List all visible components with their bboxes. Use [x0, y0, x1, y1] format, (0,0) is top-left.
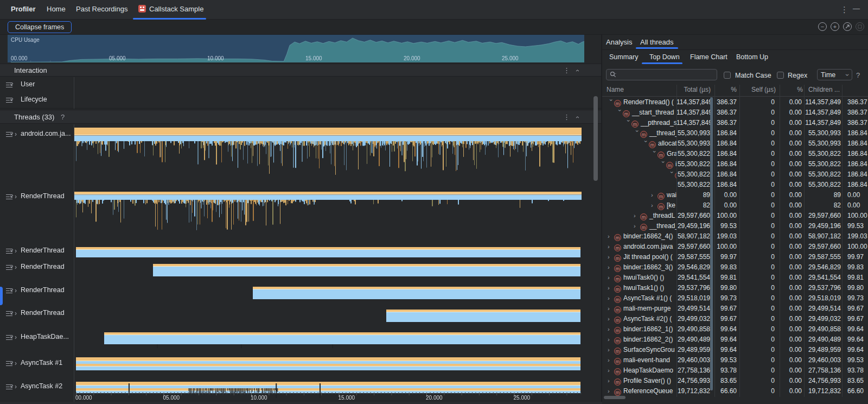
interaction-collapse-icon[interactable]: ›: [574, 70, 580, 72]
chevron-down-icon[interactable]: ›: [652, 151, 658, 157]
table-row[interactable]: ›m__thread_55,300,993186.8400.0055,300,9…: [602, 128, 868, 138]
subtab-summary[interactable]: Summary: [609, 53, 638, 61]
thread-row-android-com-ja-[interactable]: › android.com.ja...: [0, 129, 74, 139]
table-row[interactable]: 55,300,822186.8400.0055,300,822186.84: [602, 180, 868, 190]
chevron-right-icon[interactable]: ›: [15, 310, 17, 317]
thread-row-renderthread[interactable]: › RenderThread: [0, 286, 74, 295]
chevron-right-icon[interactable]: ›: [608, 295, 614, 301]
table-row[interactable]: ›mbinder:16862_1()29,490,85899.6400.0029…: [602, 324, 868, 334]
chevron-right-icon[interactable]: ›: [608, 388, 614, 394]
chevron-down-icon[interactable]: ›: [626, 120, 631, 127]
window-minimize-icon[interactable]: —: [853, 4, 860, 12]
zoom-in-icon[interactable]: +: [831, 22, 839, 31]
profiler-menu[interactable]: Profiler: [11, 5, 36, 13]
table-row[interactable]: ›mhwuiTask0() ()29,541,55499.8100.0029,5…: [602, 273, 868, 283]
table-row[interactable]: ›mJit thread pool() (29,587,55599.9700.0…: [602, 252, 868, 262]
col-name[interactable]: Name: [607, 86, 672, 94]
filter-type-dropdown[interactable]: Time ›: [817, 69, 852, 80]
chevron-right-icon[interactable]: ›: [634, 223, 640, 229]
chevron-right-icon[interactable]: ›: [608, 264, 614, 270]
thread-track-flame[interactable]: [74, 192, 582, 244]
col-children[interactable]: Children ...: [808, 86, 854, 94]
chevron-down-icon[interactable]: ›: [608, 99, 614, 106]
chevron-down-icon[interactable]: ›: [669, 172, 675, 178]
zoom-to-selection-icon[interactable]: [856, 22, 864, 31]
chevron-right-icon[interactable]: ›: [651, 192, 658, 198]
col-self-pct[interactable]: %: [780, 86, 803, 94]
table-row[interactable]: ›mProfile Saver() ()24,756,99383.6500.00…: [602, 376, 868, 386]
table-row[interactable]: ›mHeapTaskDaemo27,758,13693.7800.0027,75…: [602, 365, 868, 376]
table-row[interactable]: ›mAsyncTask #1() (29,518,01999.7300.0029…: [602, 293, 868, 304]
tab-home[interactable]: Home: [47, 5, 66, 13]
col-self[interactable]: Self (µs): [739, 86, 776, 94]
chevron-right-icon[interactable]: ›: [608, 285, 614, 291]
window-kebab-menu-icon[interactable]: ⋮: [840, 5, 848, 14]
chevron-right-icon[interactable]: ›: [15, 263, 17, 271]
chevron-down-icon[interactable]: ›: [660, 161, 666, 168]
reset-zoom-icon[interactable]: [843, 22, 852, 31]
table-row[interactable]: ›mbinder:16862_2()29,490,48999.6400.0029…: [602, 334, 868, 345]
table-row[interactable]: ›m[ke820.0000.00820.00: [602, 200, 868, 211]
chevron-right-icon[interactable]: ›: [15, 287, 17, 294]
table-row[interactable]: ›mallocat55,300,993186.8400.0055,300,993…: [602, 138, 868, 149]
chevron-down-icon[interactable]: ›: [617, 110, 623, 116]
chevron-right-icon[interactable]: ›: [608, 254, 614, 260]
chevron-right-icon[interactable]: ›: [634, 212, 640, 219]
chevron-right-icon[interactable]: ›: [608, 274, 614, 281]
interaction-row-lifecycle[interactable]: Lifecycle: [0, 92, 601, 108]
match-case-checkbox[interactable]: [724, 72, 731, 79]
chevron-right-icon[interactable]: ›: [608, 377, 614, 384]
chevron-right-icon[interactable]: ›: [608, 357, 614, 363]
table-row[interactable]: ›mReferenceQueue19,712,83266.6000.0019,7…: [602, 386, 868, 396]
interaction-kebab-icon[interactable]: ⋮: [563, 67, 570, 74]
chevron-right-icon[interactable]: ›: [15, 247, 17, 255]
chevron-right-icon[interactable]: ›: [15, 333, 17, 341]
thread-row-asynctask-#2[interactable]: › AsyncTask #2: [0, 382, 74, 392]
chevron-right-icon[interactable]: ›: [608, 305, 614, 312]
chevron-right-icon[interactable]: ›: [608, 233, 614, 239]
thread-track-bar[interactable]: [76, 357, 580, 370]
chevron-right-icon[interactable]: ›: [15, 193, 17, 200]
table-row[interactable]: ›m(55,300,822186.8400.0055,300,822186.84: [602, 169, 868, 180]
left-panel-scrollbar[interactable]: [593, 96, 598, 181]
tab-analysis[interactable]: Analysis: [606, 38, 632, 46]
chevron-right-icon[interactable]: ›: [15, 359, 17, 367]
table-horizontal-scrollbar[interactable]: [604, 396, 626, 399]
search-input[interactable]: [619, 71, 713, 79]
chevron-down-icon[interactable]: ›: [634, 130, 640, 137]
thread-row-renderthread[interactable]: › RenderThread: [0, 246, 74, 256]
chevron-right-icon[interactable]: ›: [608, 315, 614, 322]
table-row[interactable]: ›m_threadL29,597,660100.0000.0029,597,66…: [602, 211, 868, 221]
table-row[interactable]: ›mhwuiTask1() ()29,537,79699.8000.0029,5…: [602, 283, 868, 293]
chevron-right-icon[interactable]: ›: [651, 202, 658, 209]
subtab-top-down[interactable]: Top Down: [649, 53, 680, 61]
table-row[interactable]: ›mRenderThread() (114,357,849386.3700.00…: [602, 97, 868, 108]
table-row[interactable]: ›mwai890.0000.00890.00: [602, 190, 868, 200]
tab-callstack-sample[interactable]: Callstack Sample: [138, 5, 203, 13]
thread-track-bar[interactable]: [253, 287, 580, 299]
thread-row-asynctask-#1[interactable]: › AsyncTask #1: [0, 358, 74, 368]
thread-row-heaptaskdae-[interactable]: › HeapTaskDae...: [0, 332, 74, 342]
table-row[interactable]: ›mmali-event-hand29,460,00399.5300.0029,…: [602, 355, 868, 365]
threads-collapse-icon[interactable]: ›: [574, 116, 580, 118]
thread-track-bar[interactable]: [104, 332, 580, 344]
chevron-right-icon[interactable]: ›: [15, 130, 17, 138]
thread-track-bar[interactable]: [153, 264, 580, 276]
thread-row-renderthread[interactable]: › RenderThread: [0, 262, 74, 272]
threads-kebab-icon[interactable]: ⋮: [563, 113, 570, 121]
interaction-row-user[interactable]: User: [0, 77, 601, 92]
collapse-frames-button[interactable]: Collapse frames: [8, 21, 72, 33]
table-row[interactable]: ›m__thread_29,459,19699.5300.0029,459,19…: [602, 221, 868, 231]
table-row[interactable]: ›m__start_thread114,357,849386.3700.0011…: [602, 108, 868, 118]
table-row[interactable]: ›mbinder:16862_3()29,546,82999.8300.0029…: [602, 262, 868, 273]
table-vertical-scrollbar[interactable]: [710, 97, 713, 390]
thread-track-bar[interactable]: [386, 310, 580, 322]
regex-checkbox[interactable]: [777, 72, 784, 79]
zoom-out-icon[interactable]: −: [818, 22, 827, 31]
chevron-right-icon[interactable]: ›: [15, 383, 17, 390]
table-row[interactable]: ›mandroid.com.java29,597,660100.0000.002…: [602, 242, 868, 252]
match-case-label[interactable]: Match Case: [735, 72, 771, 79]
thread-track-flame[interactable]: [74, 128, 582, 184]
thread-track-bar[interactable]: [76, 247, 580, 257]
table-row[interactable]: ›mbinder:16862_4()58,907,182199.0300.005…: [602, 231, 868, 242]
